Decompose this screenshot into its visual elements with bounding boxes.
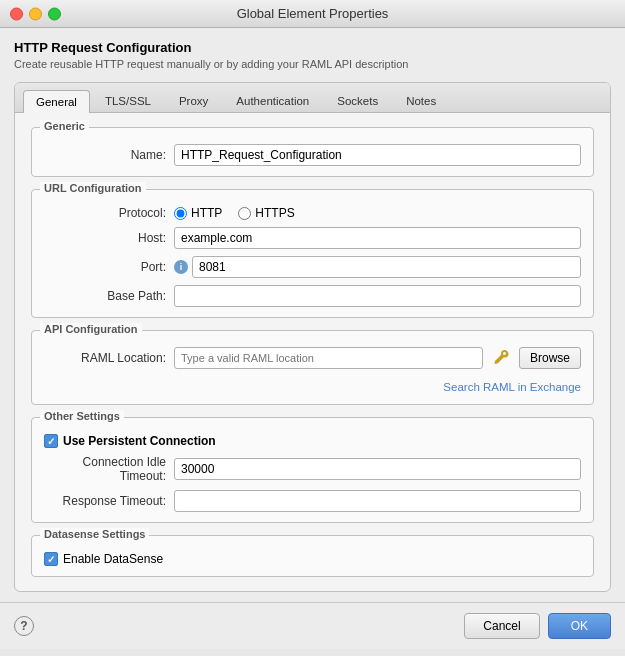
- section-other-label: Other Settings: [40, 410, 124, 422]
- protocol-http-option[interactable]: HTTP: [174, 206, 222, 220]
- ok-button[interactable]: OK: [548, 613, 611, 639]
- bottom-bar: ? Cancel OK: [0, 602, 625, 649]
- tab-sockets[interactable]: Sockets: [324, 89, 391, 112]
- section-api-label: API Configuration: [40, 323, 142, 335]
- main-content: HTTP Request Configuration Create reusab…: [0, 28, 625, 602]
- field-name-row: Name:: [44, 144, 581, 166]
- cancel-button[interactable]: Cancel: [464, 613, 539, 639]
- maximize-button[interactable]: [48, 7, 61, 20]
- response-timeout-input[interactable]: [174, 490, 581, 512]
- titlebar: Global Element Properties: [0, 0, 625, 28]
- connection-idle-label: Connection Idle Timeout:: [44, 455, 174, 483]
- protocol-https-label: HTTPS: [255, 206, 294, 220]
- browse-button[interactable]: Browse: [519, 347, 581, 369]
- protocol-http-label: HTTP: [191, 206, 222, 220]
- port-input[interactable]: [192, 256, 581, 278]
- response-timeout-row: Response Timeout:: [44, 490, 581, 512]
- section-datasense: Datasense Settings Enable DataSense: [31, 535, 594, 577]
- name-input[interactable]: [174, 144, 581, 166]
- tab-content-general: Generic Name: URL Configuration Protocol…: [15, 113, 610, 591]
- enable-datasense-row: Enable DataSense: [44, 552, 581, 566]
- raml-tool-icon[interactable]: [489, 347, 513, 369]
- use-persistent-checkbox[interactable]: [44, 434, 58, 448]
- response-timeout-label: Response Timeout:: [44, 494, 174, 508]
- window-title: Global Element Properties: [237, 6, 389, 21]
- tab-bar: General TLS/SSL Proxy Authentication Soc…: [15, 83, 610, 113]
- section-datasense-label: Datasense Settings: [40, 528, 149, 540]
- protocol-radio-group: HTTP HTTPS: [174, 206, 295, 220]
- name-label: Name:: [44, 148, 174, 162]
- section-url-config: URL Configuration Protocol: HTTP: [31, 189, 594, 318]
- use-persistent-label[interactable]: Use Persistent Connection: [44, 434, 216, 448]
- connection-idle-row: Connection Idle Timeout:: [44, 455, 581, 483]
- host-input[interactable]: [174, 227, 581, 249]
- protocol-https-option[interactable]: HTTPS: [238, 206, 294, 220]
- search-raml-link[interactable]: Search RAML in Exchange: [443, 381, 581, 393]
- raml-row: RAML Location: Browse: [44, 347, 581, 369]
- section-api-config: API Configuration RAML Location:: [31, 330, 594, 405]
- close-button[interactable]: [10, 7, 23, 20]
- raml-label: RAML Location:: [44, 351, 174, 365]
- port-info-icon[interactable]: i: [174, 260, 188, 274]
- protocol-https-radio[interactable]: [238, 207, 251, 220]
- tab-proxy[interactable]: Proxy: [166, 89, 221, 112]
- port-row: Port: i: [44, 256, 581, 278]
- base-path-label: Base Path:: [44, 289, 174, 303]
- raml-input[interactable]: [174, 347, 483, 369]
- enable-datasense-label[interactable]: Enable DataSense: [44, 552, 163, 566]
- host-label: Host:: [44, 231, 174, 245]
- protocol-http-radio[interactable]: [174, 207, 187, 220]
- page-title: HTTP Request Configuration: [14, 40, 611, 55]
- section-other-settings: Other Settings Use Persistent Connection…: [31, 417, 594, 523]
- tab-notes[interactable]: Notes: [393, 89, 449, 112]
- page-subtitle: Create reusable HTTP request manually or…: [14, 58, 611, 70]
- minimize-button[interactable]: [29, 7, 42, 20]
- use-persistent-row: Use Persistent Connection: [44, 434, 581, 448]
- use-persistent-text: Use Persistent Connection: [63, 434, 216, 448]
- tab-authentication[interactable]: Authentication: [223, 89, 322, 112]
- dialog-panel: General TLS/SSL Proxy Authentication Soc…: [14, 82, 611, 592]
- base-path-input[interactable]: [174, 285, 581, 307]
- connection-idle-input[interactable]: [174, 458, 581, 480]
- host-row: Host:: [44, 227, 581, 249]
- section-generic: Generic Name:: [31, 127, 594, 177]
- port-label: Port:: [44, 260, 174, 274]
- protocol-row: Protocol: HTTP HTTPS: [44, 206, 581, 220]
- protocol-label: Protocol:: [44, 206, 174, 220]
- section-url-label: URL Configuration: [40, 182, 146, 194]
- section-generic-label: Generic: [40, 120, 89, 132]
- enable-datasense-checkbox[interactable]: [44, 552, 58, 566]
- base-path-row: Base Path:: [44, 285, 581, 307]
- tab-general[interactable]: General: [23, 90, 90, 113]
- help-button[interactable]: ?: [14, 616, 34, 636]
- window-controls[interactable]: [10, 7, 61, 20]
- tab-tls[interactable]: TLS/SSL: [92, 89, 164, 112]
- tool-icon-svg: [491, 348, 511, 368]
- search-raml-link-container: Search RAML in Exchange: [44, 376, 581, 394]
- enable-datasense-text: Enable DataSense: [63, 552, 163, 566]
